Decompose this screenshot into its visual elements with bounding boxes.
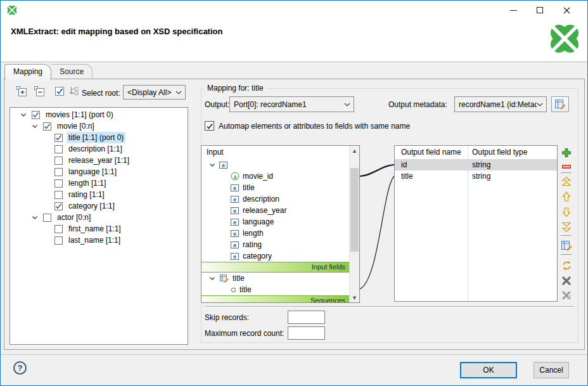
tree-item[interactable]: description [1:1] [10,143,188,155]
tree-item[interactable]: last_name [1:1] [10,235,188,246]
tab-mapping-label: Mapping [13,67,42,76]
tree-item-checkbox[interactable] [43,214,51,222]
tree-item-checkbox[interactable] [54,157,63,165]
tree-item-checkbox[interactable] [54,134,63,142]
tab-mapping[interactable]: Mapping [4,64,51,80]
scroll-up-icon[interactable]: ▲ [350,146,359,155]
tree-item-checkbox[interactable] [54,236,63,245]
automap-checkbox[interactable] [205,121,214,131]
tree-item-checkbox[interactable] [54,179,63,188]
mapping-curve-selected [360,165,394,176]
input-element-item[interactable]: erelease_year [201,205,349,216]
field-name: id [401,159,407,170]
expand-all-icon[interactable] [16,86,27,97]
move-up-icon[interactable] [561,191,572,202]
dialog-title: XMLExtract: edit mapping based on XSD sp… [11,27,222,36]
tree-item[interactable]: rating [1:1] [10,189,188,200]
element-icon: e [231,184,240,192]
close-icon [563,7,570,14]
expander[interactable] [32,215,43,221]
tree-item[interactable]: movies [1:1] (port 0) [10,109,188,120]
ok-button[interactable]: OK [460,362,517,378]
output-metadata-dropdown[interactable]: recordName1 (id:Metad [454,96,547,112]
svg-text:e: e [233,219,236,226]
table-row[interactable]: titlestring [395,170,557,182]
field-icon [231,287,236,293]
tab-source[interactable]: Source [51,64,93,79]
scrollbar-thumb[interactable] [350,168,359,252]
tree-structure-icon[interactable] [68,86,80,97]
input-panel-header: Input [201,146,349,159]
add-field-icon[interactable] [561,147,572,158]
tree-item[interactable]: language [1:1] [10,166,188,177]
tree-item[interactable]: title [1:1] (port 0) [10,132,188,143]
mapping-curve [360,176,394,289]
tree-item-checkbox[interactable] [43,122,51,131]
check-icon [206,122,214,130]
tree-item-label: category [1:1] [67,200,117,212]
edit-metadata-button[interactable] [551,96,569,112]
tree-item[interactable]: actor [0:n] [10,212,188,223]
tree-item[interactable]: category [1:1] [10,200,188,212]
field-type: string [472,170,490,182]
move-down-icon[interactable] [561,206,572,217]
output-port-value: Port[0]: recordName1 [230,100,344,109]
help-button[interactable]: ? [13,361,27,375]
close-button[interactable] [553,1,580,20]
move-top-icon[interactable] [561,176,572,187]
input-element-item[interactable]: e [201,159,349,170]
field-name: title [401,170,413,182]
input-field-item[interactable]: title [201,284,349,295]
tree-item[interactable]: movie [0:n] [10,120,188,132]
tree-item-label: rating [1:1] [67,189,106,200]
input-element-item[interactable]: amovie_id [201,170,349,182]
tree-item-checkbox[interactable] [54,145,63,153]
remove-field-icon[interactable] [561,161,572,172]
input-field-item[interactable]: title [201,273,349,284]
tree-item-checkbox[interactable] [54,191,63,199]
tree-item-checkbox[interactable] [54,202,63,210]
input-element-item[interactable]: elength [201,228,349,239]
max-record-count-input[interactable] [288,326,325,340]
tree-item[interactable]: release_year [1:1] [10,155,188,166]
minimize-button[interactable] [500,1,527,20]
table-row[interactable]: idstring [395,159,557,170]
cancel-button[interactable]: Cancel [534,362,569,378]
select-root-dropdown[interactable]: <Display All> [123,85,186,100]
tree-item[interactable]: first_name [1:1] [10,223,188,235]
automap-icon[interactable] [561,260,572,271]
tree-item-label: length [1:1] [67,177,108,189]
input-scrollbar[interactable]: ▲ ▼ [349,146,359,302]
check-elements-icon[interactable] [54,86,65,97]
expander[interactable] [32,124,43,129]
skip-records-input[interactable] [288,311,325,324]
input-element-item[interactable]: etitle [201,182,349,193]
input-element-item[interactable]: edescription [201,193,349,205]
collapse-all-icon[interactable] [34,86,45,97]
select-root-label: Select root: [82,89,120,98]
clear-automap-icon[interactable] [561,290,572,301]
tree-item-checkbox[interactable] [32,111,40,119]
scroll-down-icon[interactable]: ▼ [350,293,359,302]
dialog-header: XMLExtract: edit mapping based on XSD sp… [1,20,587,62]
input-element-item[interactable]: elanguage [201,216,349,228]
maximize-button[interactable] [527,1,553,20]
tree-item[interactable]: length [1:1] [10,177,188,189]
app-clover-icon [7,5,17,15]
input-element-item[interactable]: erating [201,239,349,250]
attribute-icon: a [231,172,240,181]
expander[interactable] [209,162,219,168]
output-port-dropdown[interactable]: Port[0]: recordName1 [229,96,354,112]
clear-mapping-icon[interactable] [561,275,572,286]
move-bottom-icon[interactable] [561,221,572,233]
input-element-item[interactable]: ecategory [201,250,349,262]
tree-item-checkbox[interactable] [54,225,63,233]
tree-item-checkbox[interactable] [54,168,63,176]
expander[interactable] [209,276,219,281]
expander-chevron-icon [209,162,215,168]
titlebar [1,1,587,20]
mapping-group-title: Mapping for: title [205,84,266,93]
maximize-icon [537,7,543,13]
edit-metadata-icon[interactable] [561,240,572,251]
expander[interactable] [20,112,32,118]
